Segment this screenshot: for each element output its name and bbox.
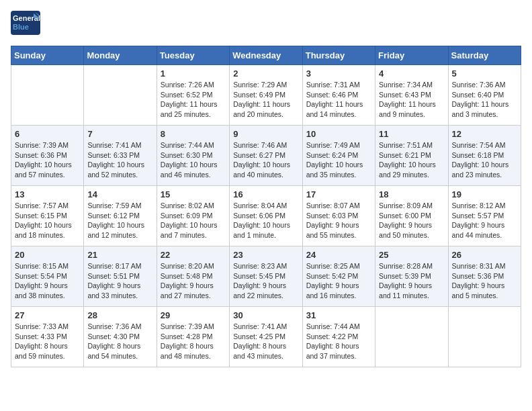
calendar-cell xyxy=(11,65,84,126)
day-info: Sunrise: 8:12 AM Sunset: 5:57 PM Dayligh… xyxy=(452,201,517,240)
calendar-table: SundayMondayTuesdayWednesdayThursdayFrid… xyxy=(11,46,521,367)
day-number: 28 xyxy=(87,310,152,320)
calendar-cell: 20Sunrise: 8:15 AM Sunset: 5:54 PM Dayli… xyxy=(11,246,84,307)
day-info: Sunrise: 7:57 AM Sunset: 6:15 PM Dayligh… xyxy=(15,201,80,240)
day-number: 2 xyxy=(233,68,298,79)
weekday-header: Tuesday xyxy=(157,46,229,65)
day-info: Sunrise: 7:44 AM Sunset: 6:30 PM Dayligh… xyxy=(161,140,226,180)
day-info: Sunrise: 8:28 AM Sunset: 5:39 PM Dayligh… xyxy=(379,261,444,301)
calendar-week-row: 20Sunrise: 8:15 AM Sunset: 5:54 PM Dayli… xyxy=(11,246,521,307)
header-row: SundayMondayTuesdayWednesdayThursdayFrid… xyxy=(11,46,521,65)
calendar-cell xyxy=(375,307,448,367)
day-info: Sunrise: 8:07 AM Sunset: 6:03 PM Dayligh… xyxy=(306,201,371,240)
page-header: General Blue xyxy=(11,11,521,38)
day-number: 5 xyxy=(452,68,517,79)
day-info: Sunrise: 7:36 AM Sunset: 4:30 PM Dayligh… xyxy=(87,322,152,361)
day-info: Sunrise: 8:20 AM Sunset: 5:48 PM Dayligh… xyxy=(161,261,226,301)
day-info: Sunrise: 7:29 AM Sunset: 6:49 PM Dayligh… xyxy=(233,80,298,120)
logo-icon: General Blue xyxy=(11,11,40,38)
calendar-cell: 17Sunrise: 8:07 AM Sunset: 6:03 PM Dayli… xyxy=(302,186,375,246)
logo: General Blue xyxy=(11,11,43,38)
day-number: 17 xyxy=(306,189,371,199)
calendar-cell: 11Sunrise: 7:51 AM Sunset: 6:21 PM Dayli… xyxy=(375,126,448,186)
calendar-cell: 24Sunrise: 8:25 AM Sunset: 5:42 PM Dayli… xyxy=(302,246,375,307)
day-number: 19 xyxy=(452,189,517,199)
calendar-cell: 26Sunrise: 8:31 AM Sunset: 5:36 PM Dayli… xyxy=(448,246,521,307)
weekday-header: Thursday xyxy=(302,46,375,65)
day-info: Sunrise: 8:04 AM Sunset: 6:06 PM Dayligh… xyxy=(233,201,298,240)
day-number: 18 xyxy=(379,189,444,199)
day-info: Sunrise: 8:09 AM Sunset: 6:00 PM Dayligh… xyxy=(379,201,444,240)
calendar-cell: 22Sunrise: 8:20 AM Sunset: 5:48 PM Dayli… xyxy=(157,246,229,307)
day-number: 20 xyxy=(15,250,80,260)
calendar-cell: 5Sunrise: 7:36 AM Sunset: 6:40 PM Daylig… xyxy=(448,65,521,126)
calendar-cell: 30Sunrise: 7:41 AM Sunset: 4:25 PM Dayli… xyxy=(230,307,302,367)
day-info: Sunrise: 8:15 AM Sunset: 5:54 PM Dayligh… xyxy=(15,261,80,301)
day-info: Sunrise: 7:41 AM Sunset: 4:25 PM Dayligh… xyxy=(233,322,298,361)
day-number: 3 xyxy=(306,68,371,79)
day-number: 25 xyxy=(379,250,444,260)
day-info: Sunrise: 7:41 AM Sunset: 6:33 PM Dayligh… xyxy=(87,140,152,180)
day-info: Sunrise: 7:54 AM Sunset: 6:18 PM Dayligh… xyxy=(452,140,517,180)
calendar-cell: 13Sunrise: 7:57 AM Sunset: 6:15 PM Dayli… xyxy=(11,186,84,246)
calendar-cell: 18Sunrise: 8:09 AM Sunset: 6:00 PM Dayli… xyxy=(375,186,448,246)
calendar-cell xyxy=(448,307,521,367)
day-number: 26 xyxy=(452,250,517,260)
calendar-cell: 12Sunrise: 7:54 AM Sunset: 6:18 PM Dayli… xyxy=(448,126,521,186)
day-number: 24 xyxy=(306,250,371,260)
day-number: 23 xyxy=(233,250,298,260)
day-number: 6 xyxy=(15,129,80,139)
weekday-header: Saturday xyxy=(448,46,521,65)
calendar-cell: 29Sunrise: 7:39 AM Sunset: 4:28 PM Dayli… xyxy=(157,307,229,367)
calendar-cell: 9Sunrise: 7:46 AM Sunset: 6:27 PM Daylig… xyxy=(230,126,302,186)
day-number: 12 xyxy=(452,129,517,139)
calendar-cell: 31Sunrise: 7:44 AM Sunset: 4:22 PM Dayli… xyxy=(302,307,375,367)
day-info: Sunrise: 7:31 AM Sunset: 6:46 PM Dayligh… xyxy=(306,80,371,120)
svg-text:General: General xyxy=(13,14,40,22)
day-info: Sunrise: 8:25 AM Sunset: 5:42 PM Dayligh… xyxy=(306,261,371,301)
day-info: Sunrise: 7:36 AM Sunset: 6:40 PM Dayligh… xyxy=(452,80,517,120)
calendar-week-row: 6Sunrise: 7:39 AM Sunset: 6:36 PM Daylig… xyxy=(11,126,521,186)
calendar-cell: 21Sunrise: 8:17 AM Sunset: 5:51 PM Dayli… xyxy=(84,246,157,307)
day-info: Sunrise: 8:02 AM Sunset: 6:09 PM Dayligh… xyxy=(161,201,226,240)
calendar-week-row: 13Sunrise: 7:57 AM Sunset: 6:15 PM Dayli… xyxy=(11,186,521,246)
day-info: Sunrise: 7:51 AM Sunset: 6:21 PM Dayligh… xyxy=(379,140,444,180)
day-info: Sunrise: 7:26 AM Sunset: 6:52 PM Dayligh… xyxy=(161,80,226,120)
day-info: Sunrise: 7:34 AM Sunset: 6:43 PM Dayligh… xyxy=(379,80,444,120)
calendar-cell: 3Sunrise: 7:31 AM Sunset: 6:46 PM Daylig… xyxy=(302,65,375,126)
day-info: Sunrise: 7:44 AM Sunset: 4:22 PM Dayligh… xyxy=(306,322,371,361)
calendar-week-row: 27Sunrise: 7:33 AM Sunset: 4:33 PM Dayli… xyxy=(11,307,521,367)
day-info: Sunrise: 7:39 AM Sunset: 6:36 PM Dayligh… xyxy=(15,140,80,180)
calendar-cell: 28Sunrise: 7:36 AM Sunset: 4:30 PM Dayli… xyxy=(84,307,157,367)
calendar-cell: 1Sunrise: 7:26 AM Sunset: 6:52 PM Daylig… xyxy=(157,65,229,126)
weekday-header: Friday xyxy=(375,46,448,65)
calendar-cell: 7Sunrise: 7:41 AM Sunset: 6:33 PM Daylig… xyxy=(84,126,157,186)
day-number: 27 xyxy=(15,310,80,320)
svg-text:Blue: Blue xyxy=(13,23,29,31)
weekday-header: Sunday xyxy=(11,46,84,65)
day-info: Sunrise: 8:17 AM Sunset: 5:51 PM Dayligh… xyxy=(87,261,152,301)
day-number: 10 xyxy=(306,129,371,139)
calendar-cell: 16Sunrise: 8:04 AM Sunset: 6:06 PM Dayli… xyxy=(230,186,302,246)
calendar-cell: 8Sunrise: 7:44 AM Sunset: 6:30 PM Daylig… xyxy=(157,126,229,186)
calendar-cell: 15Sunrise: 8:02 AM Sunset: 6:09 PM Dayli… xyxy=(157,186,229,246)
weekday-header: Monday xyxy=(84,46,157,65)
day-number: 8 xyxy=(161,129,226,139)
day-info: Sunrise: 7:33 AM Sunset: 4:33 PM Dayligh… xyxy=(15,322,80,361)
day-number: 4 xyxy=(379,68,444,79)
calendar-cell: 4Sunrise: 7:34 AM Sunset: 6:43 PM Daylig… xyxy=(375,65,448,126)
day-number: 15 xyxy=(161,189,226,199)
calendar-cell: 6Sunrise: 7:39 AM Sunset: 6:36 PM Daylig… xyxy=(11,126,84,186)
calendar-cell: 19Sunrise: 8:12 AM Sunset: 5:57 PM Dayli… xyxy=(448,186,521,246)
day-info: Sunrise: 8:23 AM Sunset: 5:45 PM Dayligh… xyxy=(233,261,298,301)
calendar-cell: 10Sunrise: 7:49 AM Sunset: 6:24 PM Dayli… xyxy=(302,126,375,186)
calendar-cell xyxy=(84,65,157,126)
weekday-header: Wednesday xyxy=(230,46,302,65)
calendar-cell: 14Sunrise: 7:59 AM Sunset: 6:12 PM Dayli… xyxy=(84,186,157,246)
day-info: Sunrise: 7:39 AM Sunset: 4:28 PM Dayligh… xyxy=(161,322,226,361)
day-number: 31 xyxy=(306,310,371,320)
day-number: 30 xyxy=(233,310,298,320)
day-info: Sunrise: 7:49 AM Sunset: 6:24 PM Dayligh… xyxy=(306,140,371,180)
day-number: 13 xyxy=(15,189,80,199)
calendar-cell: 25Sunrise: 8:28 AM Sunset: 5:39 PM Dayli… xyxy=(375,246,448,307)
